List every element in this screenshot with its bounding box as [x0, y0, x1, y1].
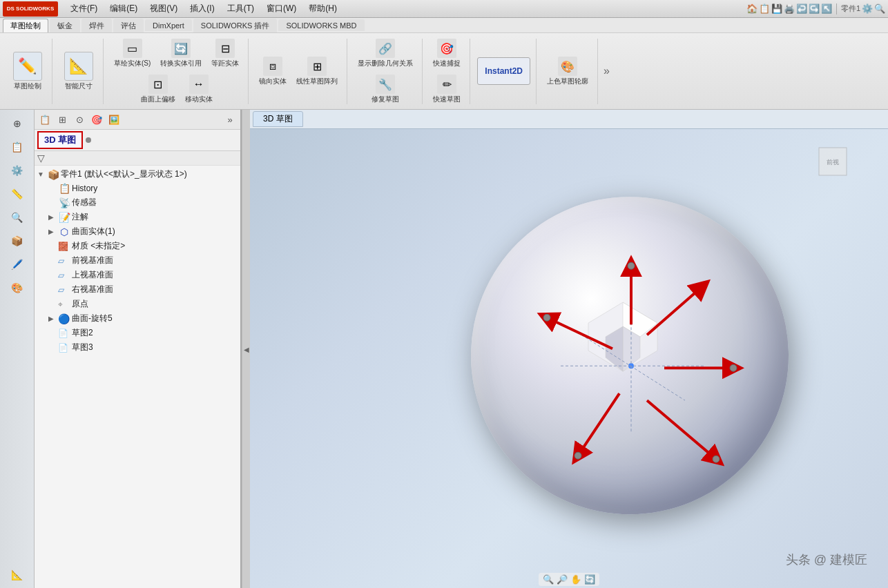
tool-move[interactable]: ↔️ 移动实体: [182, 72, 216, 106]
tree-item-sketch2[interactable]: 📄 草图2: [35, 326, 240, 340]
toolbar-icon-undo[interactable]: ↩️: [796, 3, 807, 14]
tree-icon-top-plane: ▱: [58, 271, 70, 280]
toolbar-icon-search[interactable]: 🔍: [874, 3, 885, 14]
sketch3d-box: 3D 草图: [37, 131, 83, 149]
tree-icon-more[interactable]: »: [222, 112, 238, 127]
side-icon-2[interactable]: 📋: [5, 136, 30, 158]
svg-point-17: [575, 452, 581, 459]
show-relations-icon: 🔗: [376, 39, 395, 58]
collapse-handle[interactable]: ◀: [242, 110, 250, 588]
convert-icon: 🔄: [171, 39, 191, 58]
tree-text-sketch2: 草图2: [72, 327, 93, 339]
tool-convert[interactable]: 🔄 转换实体引用: [157, 37, 205, 70]
tree-item-material[interactable]: 🧱 材质 <未指定>: [35, 239, 240, 253]
tab-dimxpert[interactable]: DimXpert: [145, 19, 192, 31]
tree-item-sensors[interactable]: 📡 传感器: [35, 195, 240, 210]
side-icon-3[interactable]: ⚙️: [5, 159, 30, 182]
tree-item-root[interactable]: ▼ 📦 零件1 (默认<<默认>_显示状态 1>): [35, 167, 240, 182]
tab-sheetmetal[interactable]: 钣金: [50, 19, 80, 32]
toolbar-icon-select[interactable]: ↖️: [821, 3, 832, 14]
toolbar-icon-settings[interactable]: ⚙️: [862, 3, 873, 14]
tree-icon-color[interactable]: 🖼️: [106, 112, 122, 127]
toolbar-icon-open[interactable]: 📋: [759, 3, 770, 14]
mirror-row1: ⧈ 镜向实体 ⊞ 线性草图阵列: [255, 55, 341, 88]
tool-smart-dim[interactable]: 📐 智能尺寸: [59, 49, 97, 93]
entities-row2: ⊡ 曲面上偏移 ↔️ 移动实体: [137, 72, 216, 106]
tab-sw-mbd[interactable]: SOLIDWORKS MBD: [278, 19, 364, 31]
tool-quick-snap[interactable]: 🎯 快速捕捉: [429, 37, 464, 70]
menu-tools[interactable]: 工具(T): [222, 1, 260, 16]
side-icon-1[interactable]: ⊕: [5, 112, 30, 135]
toolbar-icon-redo[interactable]: ↪️: [809, 3, 820, 14]
tool-repair-sketch[interactable]: 🔧 修复草图: [368, 72, 403, 106]
side-icon-8[interactable]: 🎨: [5, 277, 30, 299]
tree-icon-annotations: 📝: [58, 212, 70, 223]
tree-icon-revolve: 🔵: [58, 313, 70, 324]
menu-help[interactable]: 帮助(H): [303, 1, 342, 16]
tree-item-sketch3[interactable]: 📄 草图3: [35, 340, 240, 355]
tool-sketch-draw[interactable]: ✏️ 草图绘制: [8, 49, 46, 93]
viewport-rotate[interactable]: 🔄: [584, 574, 595, 585]
side-icon-5[interactable]: 🔍: [5, 206, 30, 228]
tab-sw-addins[interactable]: SOLIDWORKS 插件: [193, 19, 278, 32]
tab-3d-sketch[interactable]: 3D 草图: [253, 111, 303, 127]
tree-icon-property[interactable]: ⊞: [55, 112, 70, 127]
tree-text-revolve: 曲面-旋转5: [72, 313, 113, 324]
viewport-pan[interactable]: ✋: [570, 574, 581, 585]
tree-icon-config[interactable]: ⊙: [72, 112, 87, 127]
tree-icon-right-plane: ▱: [58, 285, 70, 295]
tree-icon-origin: ⌖: [58, 300, 70, 309]
tool-surface-offset[interactable]: ⊡ 曲面上偏移: [137, 72, 179, 106]
menu-file[interactable]: 文件(F): [65, 1, 103, 16]
viewport-zoom-in[interactable]: 🔍: [543, 574, 554, 585]
tool-mirror[interactable]: ⧈ 镜向实体: [255, 55, 290, 88]
side-icon-measure[interactable]: 📐: [5, 564, 30, 586]
sphere: [471, 197, 789, 514]
tab-evaluate[interactable]: 评估: [113, 19, 144, 32]
tree-icon-feature[interactable]: 📋: [37, 112, 52, 127]
toolbar-group-instant2d: Instant2D: [474, 39, 537, 104]
tree-item-right-plane[interactable]: ▱ 右视基准面: [35, 282, 240, 297]
offset-label: 等距实体: [211, 59, 239, 68]
tool-instant2d[interactable]: Instant2D: [477, 57, 530, 85]
svg-point-15: [628, 262, 635, 269]
side-icon-7[interactable]: 🖊️: [5, 253, 30, 275]
toolbar-area: 草图绘制 钣金 焊件 评估 DimXpert SOLIDWORKS 插件 SOL…: [0, 18, 888, 110]
toolbar-more-button[interactable]: »: [602, 63, 611, 79]
menu-edit[interactable]: 编辑(E): [104, 1, 143, 16]
tool-offset[interactable]: ⊟ 等距实体: [208, 37, 242, 70]
tab-sketch[interactable]: 草图绘制: [3, 19, 48, 32]
viewport-zoom-out[interactable]: 🔎: [557, 574, 568, 585]
tool-linear-array[interactable]: ⊞ 线性草图阵列: [293, 55, 341, 88]
solidworks-logo: DS SOLIDWORKS: [3, 1, 58, 17]
tree-item-annotations[interactable]: ▶ 📝 注解: [35, 210, 240, 224]
side-icon-6[interactable]: 📦: [5, 230, 30, 252]
tool-color-sketch[interactable]: 🎨 上色草图轮廓: [543, 55, 592, 88]
menu-window[interactable]: 窗口(W): [261, 1, 302, 16]
tab-weldments[interactable]: 焊件: [81, 19, 112, 32]
toolbar-icon-save[interactable]: 💾: [771, 3, 782, 14]
view-cube[interactable]: 前视: [805, 134, 860, 189]
separator: [836, 3, 837, 14]
menu-view[interactable]: 视图(V): [144, 1, 183, 16]
tool-sketch-entities[interactable]: ▭ 草绘实体(S): [110, 37, 154, 70]
tree-icon-material: 🧱: [58, 242, 70, 251]
toolbar-icon-new[interactable]: 🏠: [746, 3, 757, 14]
tree-item-solid-bodies[interactable]: ▶ ⬡ 曲面实体(1): [35, 224, 240, 239]
tree-item-revolve[interactable]: ▶ 🔵 曲面-旋转5: [35, 311, 240, 326]
menu-insert[interactable]: 插入(I): [184, 1, 220, 16]
viewport[interactable]: 3D 草图: [250, 110, 888, 588]
tree-item-history[interactable]: 📋 History: [35, 182, 240, 195]
tree-item-top-plane[interactable]: ▱ 上视基准面: [35, 268, 240, 282]
tool-rapid-sketch[interactable]: ✏ 快速草图: [429, 72, 464, 106]
tree-item-front-plane[interactable]: ▱ 前视基准面: [35, 253, 240, 268]
toolbar-group-relations: 🔗 显示删除几何关系 🔧 修复草图: [351, 39, 423, 104]
tree-item-origin[interactable]: ⌖ 原点: [35, 297, 240, 311]
tool-show-relations[interactable]: 🔗 显示删除几何关系: [354, 37, 416, 70]
side-icon-4[interactable]: 📏: [5, 183, 30, 205]
sketch3d-header: 3D 草图: [35, 130, 240, 151]
tree-text-material: 材质 <未指定>: [72, 240, 125, 252]
toolbar-icon-print[interactable]: 🖨️: [784, 3, 795, 14]
toolbar-group-dim: 📐 智能尺寸: [57, 39, 104, 104]
tree-icon-plus[interactable]: 🎯: [89, 112, 104, 127]
